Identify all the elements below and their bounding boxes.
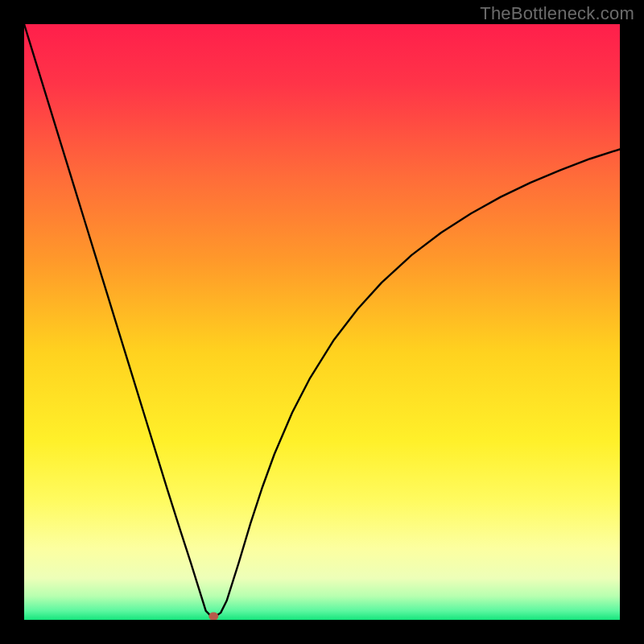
chart-background	[24, 24, 620, 620]
chart-frame	[24, 24, 620, 620]
watermark-text: TheBottleneck.com	[480, 3, 634, 24]
bottleneck-chart	[24, 24, 620, 620]
